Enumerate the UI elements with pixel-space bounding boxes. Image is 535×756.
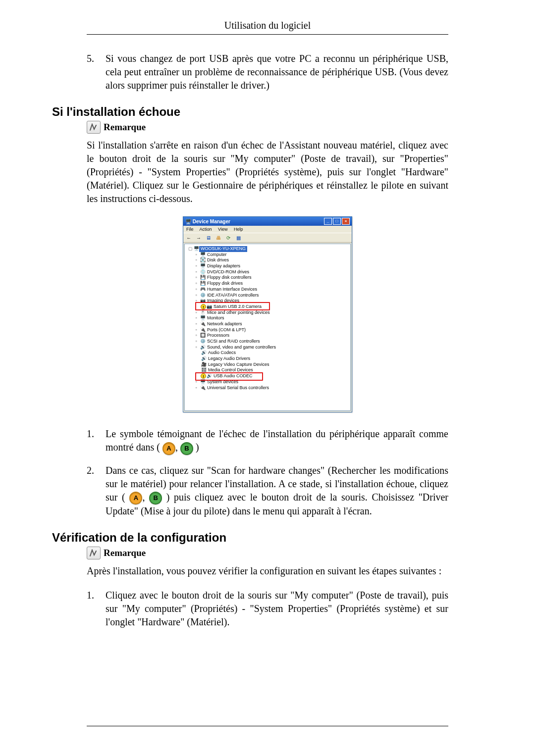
- tree-root-node[interactable]: ▢🖥️ WOOSUK-YU-XPENG: [187, 246, 348, 252]
- tree-node-audio-codecs[interactable]: 🔊Audio Codecs: [187, 350, 348, 356]
- minimize-button[interactable]: _: [324, 218, 332, 225]
- device-manager-figure: 🖥️ Device Manager _ □ × File Action View…: [52, 216, 483, 412]
- step1-comma: ,: [175, 442, 180, 453]
- tree-node-imaging[interactable]: ▫📷Imaging devices: [187, 298, 348, 304]
- tree-node-system-devices[interactable]: ▫🖥️System devices: [187, 379, 348, 385]
- footer-rule: [87, 726, 448, 726]
- warning-icon-B: !: [201, 373, 206, 379]
- intro-list-item: 5. Si vous changez de port USB après que…: [87, 52, 448, 92]
- item-number: 2.: [87, 464, 106, 518]
- note-icon: [87, 121, 101, 134]
- titlebar: 🖥️ Device Manager _ □ ×: [183, 217, 352, 226]
- fail-paragraph: Si l'installation s'arrête en raison d'u…: [87, 139, 448, 205]
- section-heading-install-fail: Si l'installation échoue: [52, 105, 483, 119]
- svg-text:!: !: [203, 305, 204, 309]
- item-number: 1.: [87, 589, 106, 629]
- item-number: 5.: [87, 52, 106, 92]
- svg-text:!: !: [203, 374, 204, 379]
- tree-node-scsi[interactable]: ▫⚙️SCSI and RAID controllers: [187, 339, 348, 345]
- step1-text-a: Le symbole témoignant de l'échec de l'in…: [106, 428, 448, 453]
- remark-row-1: Remarque: [87, 121, 483, 134]
- tree-container: ▢🖥️ WOOSUK-YU-XPENG ▫🖥️Computer ▫💽Disk d…: [183, 244, 352, 411]
- item-text: Dans ce cas, cliquez sur "Scan for hardw…: [106, 464, 448, 518]
- document-page: Utilisation du logiciel 5. Si vous chang…: [0, 0, 535, 756]
- printer-icon[interactable]: 🖶: [215, 234, 222, 241]
- forward-icon[interactable]: →: [195, 234, 202, 241]
- item-text: Le symbole témoignant de l'échec de l'in…: [106, 427, 448, 454]
- step2-comma: ,: [142, 492, 149, 503]
- collapse-icon[interactable]: ▢: [188, 246, 193, 252]
- item-number: 1.: [87, 427, 106, 454]
- warning-icon-A: !: [201, 304, 206, 310]
- badge-B: B: [180, 442, 193, 455]
- tree-node-ports[interactable]: ▫🔌Ports (COM & LPT): [187, 327, 348, 333]
- tree-node-network[interactable]: ▫🔌Network adapters: [187, 321, 348, 327]
- menu-action[interactable]: Action: [200, 227, 212, 232]
- tree-node-sound[interactable]: ▫🔊Sound, video and game controllers: [187, 345, 348, 351]
- badge-A-2: A: [129, 492, 142, 504]
- window-title: Device Manager: [193, 219, 323, 224]
- badge-B-2: B: [149, 492, 162, 504]
- verify-paragraph: Après l'installation, vous pouvez vérifi…: [87, 564, 448, 578]
- tree-node-computer[interactable]: ▫🖥️Computer: [187, 252, 348, 258]
- refresh-icon[interactable]: ⟳: [225, 234, 232, 241]
- remark-label-1: Remarque: [104, 122, 146, 133]
- tree-node-legacy-video[interactable]: 🎥Legacy Video Capture Devices: [187, 362, 348, 368]
- tree-node-saturn-camera[interactable]: ! 📷Saturn USB 2.0 Camera: [187, 304, 348, 310]
- tree-node-usb-audio[interactable]: ! 🔊USB Audio CODEC: [187, 373, 348, 379]
- section-heading-verify: Vérification de la configuration: [52, 531, 483, 545]
- tree-node-media-ctrl[interactable]: 🎛️Media Control Devices: [187, 367, 348, 373]
- maximize-button[interactable]: □: [333, 218, 341, 225]
- close-button[interactable]: ×: [342, 218, 350, 225]
- tree-node-mice[interactable]: ▫🖱️Mice and other pointing devices: [187, 310, 348, 316]
- item-text: Cliquez avec le bouton droit de la souri…: [106, 589, 448, 629]
- item-text: Si vous changez de port USB après que vo…: [106, 52, 448, 92]
- badge-A: A: [162, 442, 175, 455]
- tree-node-floppy-drives[interactable]: ▫💾Floppy disk drives: [187, 281, 348, 287]
- properties-icon[interactable]: ▦: [235, 234, 242, 241]
- tree-node-processors[interactable]: ▫🔲Processors: [187, 333, 348, 339]
- note-icon: [87, 547, 101, 559]
- verify-step-1: 1. Cliquez avec le bouton droit de la so…: [87, 589, 448, 629]
- device-manager-window: 🖥️ Device Manager _ □ × File Action View…: [183, 216, 352, 412]
- toolbar: ← → 🖥 🖶 ⟳ ▦: [183, 233, 352, 243]
- tree-node-hid[interactable]: ▫🎮Human Interface Devices: [187, 287, 348, 293]
- menu-view[interactable]: View: [218, 227, 227, 232]
- computer-icon[interactable]: 🖥: [205, 234, 212, 241]
- remark-row-2: Remarque: [87, 547, 483, 559]
- chapter-title: Utilisation du logiciel: [87, 20, 448, 35]
- menu-help[interactable]: Help: [234, 227, 243, 232]
- tree-node-display-adapters[interactable]: ▫🖥️Display adapters: [187, 263, 348, 269]
- tree-node-disk-drives[interactable]: ▫💽Disk drives: [187, 257, 348, 263]
- tree-node-ide[interactable]: ▫⚙️IDE ATA/ATAPI controllers: [187, 293, 348, 299]
- tree-node-floppy-ctrl[interactable]: ▫💾Floppy disk controllers: [187, 275, 348, 281]
- tree-node-legacy-audio[interactable]: 🔊Legacy Audio Drivers: [187, 356, 348, 362]
- devmgr-icon: 🖥️: [185, 219, 193, 224]
- tree-node-dvdcd[interactable]: ▫💿DVD/CD-ROM drives: [187, 269, 348, 275]
- menu-file[interactable]: File: [186, 227, 194, 232]
- step1-text-b: ): [196, 442, 199, 453]
- menu-bar: File Action View Help: [183, 226, 352, 233]
- remark-label-2: Remarque: [104, 548, 146, 558]
- tree-node-monitors[interactable]: ▫🖥️Monitors: [187, 315, 348, 321]
- device-tree[interactable]: ▢🖥️ WOOSUK-YU-XPENG ▫🖥️Computer ▫💽Disk d…: [184, 244, 351, 411]
- root-label: WOOSUK-YU-XPENG: [199, 246, 247, 252]
- tree-node-usb-controllers[interactable]: ▫🔌Universal Serial Bus controllers: [187, 385, 348, 391]
- fail-step-1: 1. Le symbole témoignant de l'échec de l…: [87, 427, 448, 454]
- fail-step-2: 2. Dans ce cas, cliquez sur "Scan for ha…: [87, 464, 448, 518]
- back-icon[interactable]: ←: [185, 234, 192, 241]
